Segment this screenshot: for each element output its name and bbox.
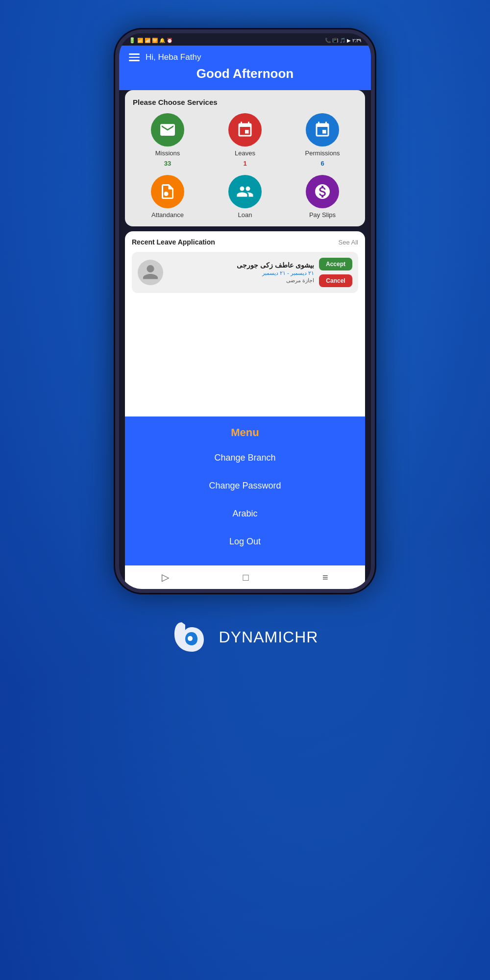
permissions-label: Permissions: [305, 149, 340, 157]
missions-icon: [151, 113, 184, 147]
missions-svg: [159, 121, 176, 139]
services-card: Please Choose Services Missions 33: [125, 90, 365, 226]
phone: 🔋 📶 📶 🛜 🔔 ⏰ 📞 📳 🎵 ▶ ٢:٣٩: [115, 29, 375, 593]
header-top: Hi, Heba Fathy: [129, 52, 361, 62]
leave-title: Recent Leave Application: [132, 238, 215, 246]
nav-menu-icon[interactable]: ≡: [322, 572, 328, 583]
see-all-button[interactable]: See All: [339, 239, 358, 246]
payslips-icon: [306, 175, 339, 208]
greeting-hi: Hi, Heba Fathy: [146, 52, 201, 62]
app-icon-2: 📳: [332, 38, 338, 43]
menu-item-arabic[interactable]: Arabic: [125, 500, 365, 528]
logo-bold: DYNAMIC: [219, 628, 295, 646]
leaves-icon: [228, 113, 262, 147]
service-item-attendance[interactable]: Attandance: [133, 175, 202, 219]
alarm-icon: ⏰: [167, 38, 172, 43]
status-left: 🔋 📶 📶 🛜 🔔 ⏰: [129, 37, 172, 44]
signal-icon-2: 📶: [145, 38, 150, 43]
attendance-label: Attandance: [151, 211, 184, 219]
payslips-svg: [314, 183, 331, 200]
leave-avatar: [138, 260, 163, 285]
app-icon-3: 🎵: [340, 38, 345, 43]
menu-item-change-password[interactable]: Change Password: [125, 472, 365, 500]
payslips-label: Pay Slips: [309, 211, 336, 219]
leaves-count: 1: [243, 160, 246, 167]
wifi-icon: 🛜: [152, 38, 158, 43]
logo-light: HR: [294, 628, 318, 646]
leave-type: اجازة مرضى: [168, 277, 314, 284]
hamburger-line-2: [129, 57, 140, 58]
service-item-loan[interactable]: Loan: [210, 175, 280, 219]
service-item-permissions[interactable]: Permissions 6: [288, 113, 357, 167]
permissions-svg: [314, 121, 331, 139]
loan-svg: [236, 183, 254, 200]
logo-section: DYNAMICHR: [172, 617, 318, 657]
battery-icon: 🔋: [129, 37, 136, 44]
cancel-button[interactable]: Cancel: [319, 274, 352, 287]
service-item-missions[interactable]: Missions 33: [133, 113, 202, 167]
hamburger-line-1: [129, 53, 140, 55]
missions-label: Missions: [155, 149, 180, 157]
leave-card: بيشوى عاطف زكى جورجى ٢١ ديسمبر - ٢١ ديسم…: [132, 252, 358, 293]
nav-back-icon[interactable]: ▷: [162, 571, 169, 583]
hamburger-line-3: [129, 60, 140, 61]
menu-title: Menu: [125, 426, 365, 439]
avatar-icon: [142, 264, 159, 281]
permissions-icon: [306, 113, 339, 147]
attendance-icon: [151, 175, 184, 208]
notification-icon: 🔔: [159, 38, 165, 43]
services-grid: Missions 33 Leaves 1: [133, 113, 357, 219]
service-item-payslips[interactable]: Pay Slips: [288, 175, 357, 219]
time-display: ٢:٣٩: [352, 38, 361, 43]
app-header: Hi, Heba Fathy Good Afternoon: [119, 46, 371, 90]
service-item-leaves[interactable]: Leaves 1: [210, 113, 280, 167]
leave-section: Recent Leave Application See All بيشوى ع…: [125, 231, 365, 416]
logo-icon: [172, 617, 211, 657]
signal-icon-1: 📶: [137, 38, 143, 43]
services-title: Please Choose Services: [133, 98, 357, 106]
phone-wrapper: 🔋 📶 📶 🛜 🔔 ⏰ 📞 📳 🎵 ▶ ٢:٣٩: [115, 29, 375, 593]
status-bar: 🔋 📶 📶 🛜 🔔 ⏰ 📞 📳 🎵 ▶ ٢:٣٩: [119, 33, 371, 46]
nav-home-icon[interactable]: □: [243, 572, 249, 583]
greeting-main: Good Afternoon: [129, 66, 361, 81]
accept-button[interactable]: Accept: [319, 258, 352, 270]
status-right: 📞 📳 🎵 ▶ ٢:٣٩: [325, 38, 361, 43]
leave-actions: Accept Cancel: [319, 258, 352, 287]
leaves-label: Leaves: [235, 149, 255, 157]
permissions-count: 6: [320, 160, 324, 167]
menu-overlay: Menu Change Branch Change Password Arabi…: [125, 416, 365, 565]
logo-text: DYNAMICHR: [219, 628, 318, 646]
leave-header: Recent Leave Application See All: [132, 238, 358, 246]
menu-item-logout[interactable]: Log Out: [125, 528, 365, 556]
loan-label: Loan: [238, 211, 252, 219]
menu-item-change-branch[interactable]: Change Branch: [125, 444, 365, 472]
leave-person-name: بيشوى عاطف زكى جورجى: [168, 261, 314, 269]
app-icon-1: 📞: [325, 38, 331, 43]
hamburger-button[interactable]: [129, 53, 140, 61]
logo-text-content: DYNAMICHR: [219, 628, 318, 646]
attendance-svg: [159, 183, 176, 200]
missions-count: 33: [164, 160, 171, 167]
loan-icon: [228, 175, 262, 208]
leaves-svg: [236, 121, 254, 139]
app-icon-4: ▶: [347, 38, 351, 43]
leave-info: بيشوى عاطف زكى جورجى ٢١ ديسمبر - ٢١ ديسم…: [168, 261, 314, 284]
leave-dates: ٢١ ديسمبر - ٢١ ديسمبر: [168, 270, 314, 276]
nav-bar: ▷ □ ≡: [125, 565, 365, 589]
